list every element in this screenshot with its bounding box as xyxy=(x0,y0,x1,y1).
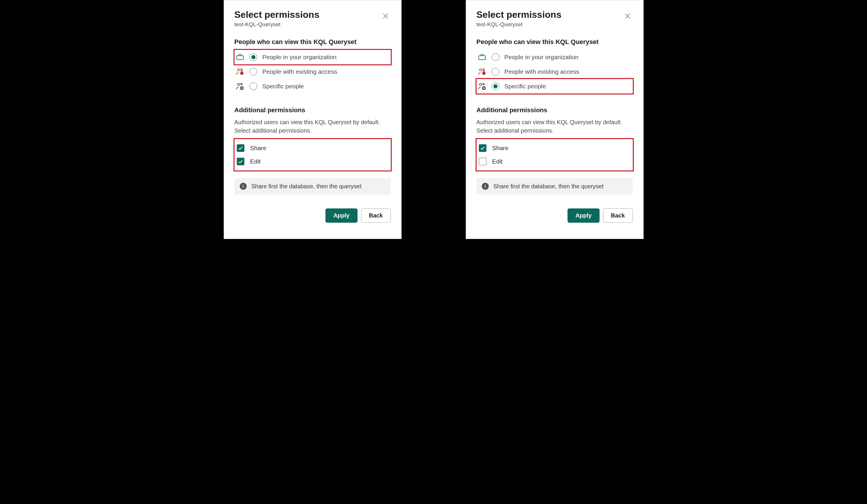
additional-permissions-group: Share Edit xyxy=(234,139,391,171)
close-icon xyxy=(624,16,631,20)
dialog-title: Select permissions xyxy=(477,9,562,20)
view-section-heading: People who can view this KQL Queryset xyxy=(477,38,633,46)
checkbox-input[interactable] xyxy=(237,158,244,165)
radio-label: Specific people xyxy=(263,83,304,90)
svg-rect-11 xyxy=(479,56,485,60)
svg-rect-2 xyxy=(236,56,243,60)
svg-point-6 xyxy=(237,83,240,86)
info-text: Share first the database, then the query… xyxy=(251,183,362,190)
checkbox-label: Share xyxy=(492,145,509,152)
permissions-section-heading: Additional permissions xyxy=(234,106,391,114)
briefcase-icon xyxy=(236,53,244,62)
svg-point-4 xyxy=(240,69,242,70)
radio-label: People in your organization xyxy=(504,54,579,61)
checkbox-label: Edit xyxy=(492,158,503,165)
checkbox-option-share[interactable]: Share xyxy=(479,141,632,155)
checkbox-input[interactable] xyxy=(479,144,486,152)
view-section-heading: People who can view this KQL Queryset xyxy=(234,38,391,46)
svg-point-16 xyxy=(483,83,484,85)
permissions-panel-left: Select permissions test-KQL-Queryset Peo… xyxy=(224,0,402,239)
info-icon: i xyxy=(482,183,489,190)
radio-input[interactable] xyxy=(250,83,257,90)
dialog-title: Select permissions xyxy=(234,9,320,20)
close-button[interactable] xyxy=(380,11,391,22)
briefcase-icon xyxy=(478,53,486,62)
additional-permissions-group: Share Edit xyxy=(477,139,633,171)
radio-input[interactable] xyxy=(492,68,499,76)
svg-point-15 xyxy=(480,83,482,86)
svg-point-13 xyxy=(483,69,484,70)
radio-label: People with existing access xyxy=(263,68,338,75)
radio-input[interactable] xyxy=(250,53,257,61)
svg-point-12 xyxy=(480,69,482,71)
people-add-icon xyxy=(478,82,486,91)
back-button[interactable]: Back xyxy=(361,208,391,223)
svg-point-7 xyxy=(240,83,242,85)
svg-rect-5 xyxy=(240,72,243,75)
apply-button[interactable]: Apply xyxy=(567,208,600,223)
radio-option-existing-access[interactable]: People with existing access xyxy=(234,64,391,79)
people-add-icon xyxy=(236,82,244,91)
info-text: Share first the database, then the query… xyxy=(493,183,604,190)
radio-option-existing-access[interactable]: People with existing access xyxy=(477,64,633,79)
dialog-subtitle: test-KQL-Queryset xyxy=(477,21,562,28)
radio-input[interactable] xyxy=(492,53,499,61)
info-message: i Share first the database, then the que… xyxy=(234,178,391,195)
back-button[interactable]: Back xyxy=(603,208,633,223)
permissions-panel-right: Select permissions test-KQL-Queryset Peo… xyxy=(466,0,644,239)
close-button[interactable] xyxy=(622,11,633,22)
checkbox-option-edit[interactable]: Edit xyxy=(479,155,632,168)
permissions-section-heading: Additional permissions xyxy=(477,106,633,114)
svg-point-3 xyxy=(237,69,240,71)
radio-option-specific-people[interactable]: Specific people xyxy=(234,79,391,94)
radio-option-organization[interactable]: People in your organization xyxy=(234,50,391,64)
radio-label: Specific people xyxy=(504,83,546,90)
svg-rect-14 xyxy=(482,72,485,75)
checkbox-input[interactable] xyxy=(479,158,486,165)
checkbox-label: Edit xyxy=(250,158,261,165)
radio-input[interactable] xyxy=(492,83,499,90)
radio-label: People with existing access xyxy=(504,68,579,75)
people-lock-icon xyxy=(478,67,486,76)
radio-label: People in your organization xyxy=(263,54,337,61)
permissions-description: Authorized users can view this KQL Query… xyxy=(477,118,633,135)
dialog-subtitle: test-KQL-Queryset xyxy=(234,21,320,28)
permissions-description: Authorized users can view this KQL Query… xyxy=(234,118,391,135)
radio-option-specific-people[interactable]: Specific people xyxy=(477,79,633,94)
checkbox-option-edit[interactable]: Edit xyxy=(237,155,389,168)
checkbox-option-share[interactable]: Share xyxy=(237,141,389,155)
info-icon: i xyxy=(240,183,247,190)
checkbox-label: Share xyxy=(250,145,267,152)
apply-button[interactable]: Apply xyxy=(325,208,357,223)
info-message: i Share first the database, then the que… xyxy=(477,178,633,195)
radio-input[interactable] xyxy=(250,68,257,76)
people-lock-icon xyxy=(236,67,244,76)
close-icon xyxy=(382,16,389,20)
radio-option-organization[interactable]: People in your organization xyxy=(477,50,633,64)
checkbox-input[interactable] xyxy=(237,144,244,152)
